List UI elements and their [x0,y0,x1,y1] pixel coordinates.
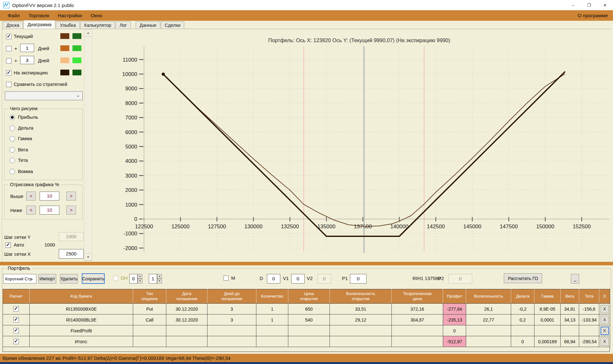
plus3-color-swatch-2[interactable] [72,57,81,63]
tab-log[interactable]: Лог [116,21,131,29]
col-vega: Вега [561,289,579,304]
expiration-color-swatch-1[interactable] [60,70,69,75]
svg-text:7000: 7000 [125,115,137,121]
menu-file[interactable]: Файл [8,13,20,19]
spin-down-icon[interactable]: ▼ [138,279,142,284]
tab-board[interactable]: Доска [3,21,23,29]
minimize-panel-button[interactable]: _ [571,274,579,284]
above-decrement-button[interactable]: < [26,192,36,201]
import-button[interactable]: Импорт [38,274,56,284]
cell-type: Call [133,315,166,325]
plus3-series-checkbox[interactable] [6,58,11,64]
above-increment-button[interactable]: > [66,192,76,201]
col-code: Код бумаги [30,289,133,304]
radio-vomma[interactable] [10,169,15,174]
radio-profit[interactable] [10,115,15,120]
current-color-swatch-2[interactable] [72,33,81,39]
plus-sign: + [14,46,17,51]
spin-up-icon[interactable]: ▲ [157,274,162,279]
below-increment-button[interactable]: > [66,206,76,215]
plus3-color-swatch-1[interactable] [60,57,69,63]
cell-theta: -290,54 [579,336,599,347]
row-delete-button[interactable]: X [601,305,609,313]
status-bar: Время обновления 227 мс Profit=-512,97 D… [0,354,613,362]
d-field[interactable]: 0 [267,274,280,284]
grid-step-x-field[interactable]: 2500 [59,249,84,259]
above-percent-field[interactable]: 10 [40,192,59,201]
svg-text:0: 0 [134,216,137,222]
tab-data[interactable]: Данные [136,21,160,29]
svg-text:8000: 8000 [125,100,137,106]
dh-spinner-1-arrows[interactable]: ▲▼ [138,274,142,284]
menu-window[interactable]: Окно [91,13,102,19]
scroll-up-icon[interactable]: ▲ [84,29,92,37]
maximize-icon[interactable]: ❐ [581,0,597,10]
tab-deals[interactable]: Сделки [161,21,184,29]
table-header-row: Расчет Код бумаги Тип опциона Дата погаш… [3,289,610,304]
menu-settings[interactable]: Настройки [58,13,82,19]
splitter-bar[interactable] [0,262,613,265]
menu-about[interactable]: О программе [578,10,608,21]
cell-vega: 68,94 [561,336,579,347]
plus3-days-input[interactable] [20,56,34,64]
plus1-color-swatch-2[interactable] [72,45,81,51]
radio-vega[interactable] [10,147,15,153]
row-calc-checkbox[interactable] [13,306,19,312]
cell-profit: -277,84 [443,304,466,315]
row-calc-checkbox[interactable] [13,317,19,322]
row-delete-button[interactable]: X [601,316,609,324]
cell-delta: -0,2 [511,304,534,315]
delete-button[interactable]: Удалить [60,274,78,284]
cell-gamma: 0,000189 [534,336,561,347]
cell-profit: -235,13 [443,315,466,325]
positions-table: Расчет Код бумаги Тип опциона Дата погаш… [3,289,610,347]
cell-expiry [166,336,208,347]
scroll-down-icon[interactable]: ▼ [84,253,92,261]
v1-field[interactable]: 0 [291,274,305,284]
cell-calc [3,304,30,315]
strategy-select[interactable]: Короткий Стр ⌄ [3,274,36,284]
below-percent-field[interactable]: 10 [40,206,59,215]
spin-down-icon[interactable]: ▼ [157,279,162,284]
svg-text:-2000: -2000 [124,245,137,251]
compare-strategy-checkbox[interactable] [6,82,11,87]
strategy-compare-dropdown[interactable]: ⌄ [5,91,83,100]
cell-code: Итого: [30,336,133,347]
cell-days [208,325,256,336]
calc-margin-button[interactable]: Рассчитать ГО [504,273,542,283]
dh-spinner-2[interactable]: 1 [149,274,157,284]
tab-diagram[interactable]: Диаграмма [24,20,55,29]
radio-gamma[interactable] [10,136,15,141]
expiration-color-swatch-2[interactable] [72,70,81,75]
auto-grid-checkbox[interactable] [5,242,11,248]
tab-smile[interactable]: Улыбка [56,21,79,29]
plus1-series-checkbox[interactable] [6,46,11,51]
content-divider [2,29,611,29]
p1-field[interactable]: 0 [350,274,367,284]
radio-theta[interactable] [10,158,15,163]
row-delete-button[interactable]: X [601,337,609,346]
tab-calculator[interactable]: Калькулятор [80,21,115,29]
below-decrement-button[interactable]: < [26,206,36,215]
plus1-days-input[interactable] [20,44,34,52]
spin-up-icon[interactable]: ▲ [138,274,142,279]
dh-spinner-2-arrows[interactable]: ▲▼ [157,274,162,284]
sidebar-scrollbar[interactable] [84,29,92,261]
row-calc-checkbox[interactable] [13,328,19,333]
minimize-icon[interactable]: – [565,0,581,10]
row-delete-button[interactable]: X [601,327,609,335]
m-checkbox[interactable] [223,276,229,281]
radio-delta[interactable] [10,125,15,131]
svg-text:132500: 132500 [281,224,299,230]
current-color-swatch-1[interactable] [60,33,69,39]
close-icon[interactable]: ✕ [597,0,613,10]
menu-trading[interactable]: Торговля [28,13,49,19]
current-series-checkbox[interactable] [6,34,11,39]
expiration-series-checkbox[interactable] [6,70,11,76]
dh-spinner-1[interactable]: 0 [129,274,138,284]
dh-checkbox[interactable] [113,276,118,281]
strategy-select-value: Короткий Стр [5,277,32,281]
save-button[interactable]: Сохранить [82,273,105,284]
plus1-color-swatch-1[interactable] [60,45,69,51]
row-calc-checkbox[interactable] [13,339,19,344]
